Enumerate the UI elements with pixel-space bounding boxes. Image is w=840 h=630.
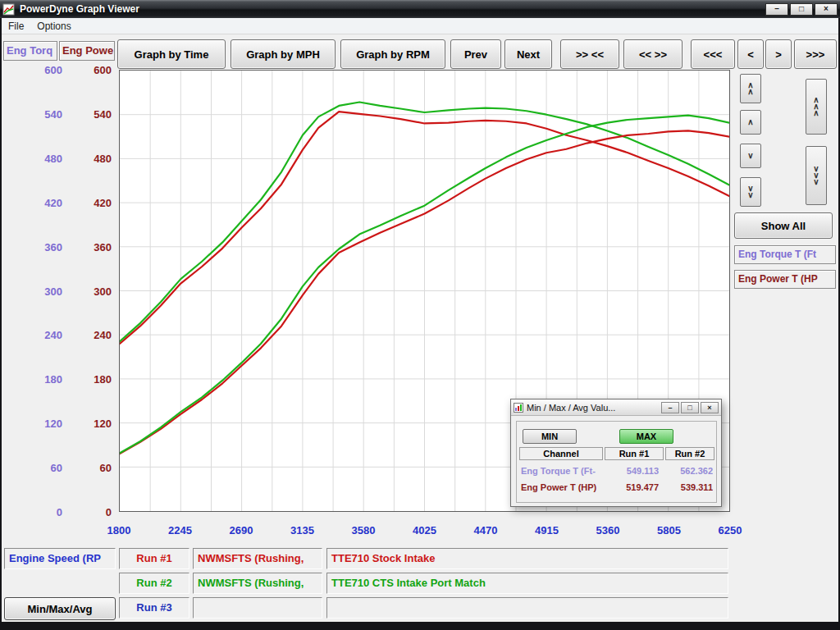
xtick-label: 4025 [413, 524, 436, 536]
run1-description: TTE710 Stock Intake [326, 548, 728, 569]
zoom-in-button[interactable]: >> << [560, 39, 619, 69]
ytick-label: 360 [94, 240, 112, 253]
close-button[interactable]: × [815, 3, 838, 16]
ytick-label: 540 [44, 107, 62, 120]
minimize-icon: – [668, 404, 672, 412]
scroll-right-button[interactable]: > [765, 39, 792, 69]
max-toggle-button[interactable]: MAX [619, 429, 673, 444]
title-bar[interactable]: PowerDyne Graph Viewer – □ × [0, 0, 840, 18]
ytick-label: 240 [94, 329, 112, 341]
xtick-label: 6250 [719, 524, 742, 536]
ytick-label: 180 [94, 373, 112, 386]
run3-description [326, 597, 728, 619]
run3-label[interactable]: Run #3 [119, 597, 189, 619]
tab-eng-power-axis[interactable]: Eng Powe [59, 41, 115, 61]
menu-bar: File Options [2, 18, 838, 34]
minmax-torque-run1-value: 549.113 [603, 463, 659, 478]
close-icon: × [824, 4, 829, 13]
column-header-run2[interactable]: Run #2 [665, 447, 714, 460]
ytick-label: 300 [94, 285, 112, 297]
xtick-label: 3580 [352, 524, 376, 536]
minmax-power-run2-value: 539.311 [662, 480, 713, 495]
column-header-run1[interactable]: Run #1 [605, 447, 664, 460]
scroll-left-button[interactable]: < [737, 39, 764, 69]
graph-by-time-button[interactable]: Graph by Time [117, 39, 226, 69]
double-chevron-down-icon: ∨∨ [747, 185, 753, 199]
xtick-label: 2690 [230, 524, 253, 536]
menu-file[interactable]: File [2, 19, 30, 34]
min-toggle-button[interactable]: MIN [523, 429, 577, 444]
minmax-minimize-button[interactable]: – [661, 402, 679, 413]
ytick-label: 60 [51, 462, 62, 474]
torque-axis-scroll-up-button[interactable]: ∧ [740, 110, 761, 135]
torque-axis-scroll-up-fast-button[interactable]: ∧∧ [740, 74, 761, 103]
minimize-icon: – [774, 4, 779, 13]
app-window: PowerDyne Graph Viewer – □ × File Option… [0, 0, 840, 630]
chevron-down-icon: ∨ [747, 153, 753, 159]
ytick-label: 120 [94, 418, 112, 430]
ytick-label: 60 [100, 462, 112, 474]
run1-source: NWMSFTS (Rushing, [193, 548, 322, 569]
scroll-far-left-button[interactable]: <<< [691, 39, 735, 69]
minmax-close-button[interactable]: × [701, 402, 719, 413]
ytick-label: 480 [94, 152, 112, 164]
run1-label[interactable]: Run #1 [119, 548, 189, 569]
xtick-label: 5360 [596, 524, 620, 536]
minmax-row-power-channel: Eng Power T (HP) [521, 480, 601, 495]
minmaxavg-button[interactable]: Min/Max/Avg [4, 597, 116, 620]
restore-icon: □ [687, 404, 692, 412]
zoom-out-button[interactable]: << >> [623, 39, 682, 69]
maximize-icon: □ [799, 4, 804, 13]
minmax-row-torque-channel: Eng Torque T (Ft- [521, 463, 601, 478]
legend-eng-torque[interactable]: Eng Torque T (Ft [734, 245, 836, 264]
ytick-label: 540 [94, 107, 112, 120]
chevron-up-icon: ∧ [747, 119, 753, 126]
torque-axis-scroll-down-button[interactable]: ∨ [740, 144, 761, 168]
ytick-label: 600 [44, 64, 62, 76]
xtick-label: 1800 [107, 524, 131, 536]
ytick-label: 120 [44, 418, 62, 430]
xtick-label: 4470 [474, 524, 498, 536]
show-all-button[interactable]: Show All [734, 212, 833, 239]
tab-eng-torque-axis[interactable]: Eng Torq [3, 41, 57, 61]
graph-by-mph-button[interactable]: Graph by MPH [231, 39, 336, 69]
power-axis-scroll-up-button[interactable]: ∧∧∧ [806, 79, 827, 135]
xtick-label: 5805 [657, 524, 681, 536]
run2-label[interactable]: Run #2 [119, 573, 189, 594]
ytick-label: 240 [44, 329, 62, 341]
minmax-restore-button[interactable]: □ [681, 402, 699, 413]
ytick-label: 420 [94, 196, 112, 208]
ytick-label: 480 [44, 152, 62, 164]
window-title: PowerDyne Graph Viewer [20, 3, 764, 15]
ytick-label: 420 [44, 196, 62, 208]
app-icon[interactable] [2, 3, 15, 16]
triple-chevron-down-icon: ∨∨∨ [813, 166, 819, 185]
xtick-label: 3135 [290, 524, 314, 536]
next-button[interactable]: Next [504, 39, 552, 69]
minmax-window: Min / Max / Avg Valu... – □ × MIN MAX Ch… [510, 399, 722, 507]
minmax-window-icon [514, 403, 523, 413]
graph-by-rpm-button[interactable]: Graph by RPM [340, 39, 445, 69]
ytick-label: 0 [57, 506, 62, 518]
run2-description: TTE710 CTS Intake Port Match [326, 573, 728, 594]
triple-chevron-up-icon: ∧∧∧ [813, 97, 819, 116]
menu-options[interactable]: Options [30, 19, 77, 34]
power-axis-ticks: 060120180240300360420480540600 [82, 70, 112, 512]
prev-button[interactable]: Prev [450, 39, 501, 69]
x-channel-selector[interactable]: Engine Speed (RP [4, 548, 116, 569]
power-axis-scroll-down-button[interactable]: ∨∨∨ [806, 146, 827, 205]
run2-source: NWMSFTS (Rushing, [193, 573, 322, 594]
torque-axis-ticks: 060120180240300360420480540600 [33, 70, 62, 512]
torque-axis-scroll-down-fast-button[interactable]: ∨∨ [740, 177, 761, 207]
ytick-label: 600 [94, 64, 112, 76]
run3-source [193, 597, 322, 619]
scroll-far-right-button[interactable]: >>> [794, 39, 837, 69]
column-header-channel[interactable]: Channel [519, 447, 603, 460]
maximize-button[interactable]: □ [790, 3, 813, 16]
legend-eng-power[interactable]: Eng Power T (HP [734, 270, 836, 289]
ytick-label: 300 [44, 285, 62, 297]
minimize-button[interactable]: – [765, 3, 788, 16]
ytick-label: 180 [44, 373, 62, 386]
close-icon: × [707, 404, 711, 412]
minmax-title-bar[interactable]: Min / Max / Avg Valu... – □ × [511, 399, 721, 416]
